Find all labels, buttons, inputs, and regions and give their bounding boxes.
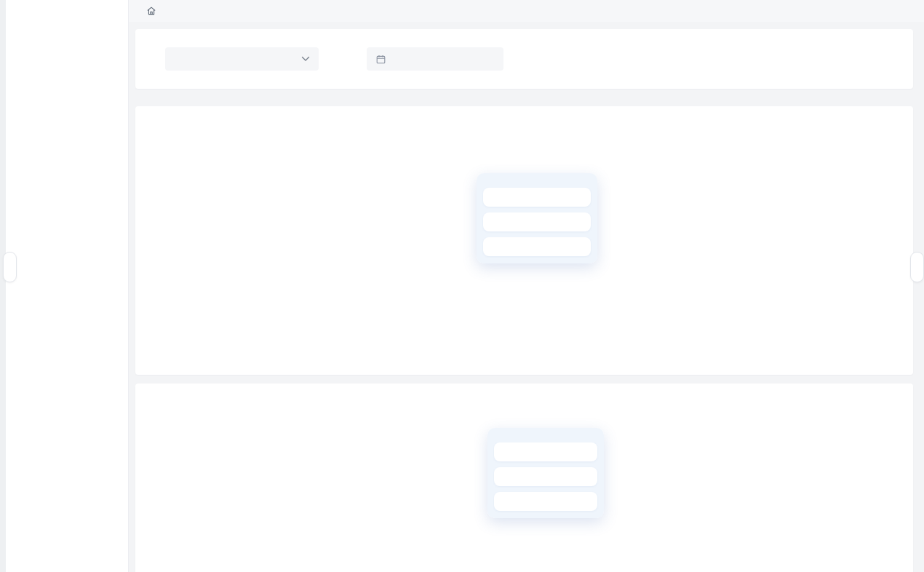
- main-content: [129, 0, 924, 572]
- home-icon: [146, 6, 156, 16]
- department-select[interactable]: [165, 47, 319, 71]
- revenue-chart-card: [135, 106, 913, 375]
- series-c-dot-icon: [549, 359, 554, 365]
- sidebar-item-statistics-detail[interactable]: [6, 90, 128, 116]
- tooltip-row: [494, 492, 597, 511]
- sidebar-menu: [6, 0, 128, 143]
- weekly-usage-dot-icon: [501, 449, 507, 455]
- calendar-icon: [376, 55, 386, 64]
- tooltip-row: [483, 212, 591, 231]
- usage-chart-card: [135, 384, 913, 572]
- revenue-chart-tooltip: [477, 173, 597, 263]
- filter-bar: [135, 29, 913, 89]
- tooltip-row: [494, 442, 597, 461]
- tooltip-row: [483, 188, 591, 207]
- tooltip-row: [483, 237, 591, 256]
- sidebar-item-device-management[interactable]: [6, 9, 128, 36]
- panel-collapse-button[interactable]: [910, 252, 924, 282]
- sidebar-item-other-management[interactable]: [6, 116, 128, 143]
- series-a-dot-icon: [489, 359, 495, 365]
- sidebar-item-department-management[interactable]: [6, 63, 128, 90]
- series-b-dot-icon: [490, 219, 496, 225]
- sidebar-expand-button[interactable]: [3, 252, 17, 282]
- breadcrumb: [129, 0, 924, 22]
- legend-item-series-a[interactable]: [489, 359, 500, 365]
- tooltip-row: [494, 467, 597, 486]
- total-usage-dot-icon: [501, 498, 507, 504]
- date-range-picker[interactable]: [367, 47, 503, 71]
- legend-item-series-c[interactable]: [549, 359, 559, 365]
- monthly-usage-dot-icon: [501, 474, 507, 480]
- series-b-dot-icon: [519, 359, 525, 365]
- sidebar-item-lend-log[interactable]: [6, 36, 128, 63]
- chevron-down-icon: [301, 56, 310, 62]
- series-a-dot-icon: [490, 194, 496, 200]
- usage-chart-tooltip: [487, 428, 604, 518]
- legend-item-series-b[interactable]: [519, 359, 530, 365]
- revenue-chart-legend: [135, 359, 913, 365]
- sidebar: [6, 0, 129, 572]
- app-root: { "sidebar": { "items": [ {"label": "设备管…: [0, 0, 924, 572]
- series-c-dot-icon: [490, 244, 496, 250]
